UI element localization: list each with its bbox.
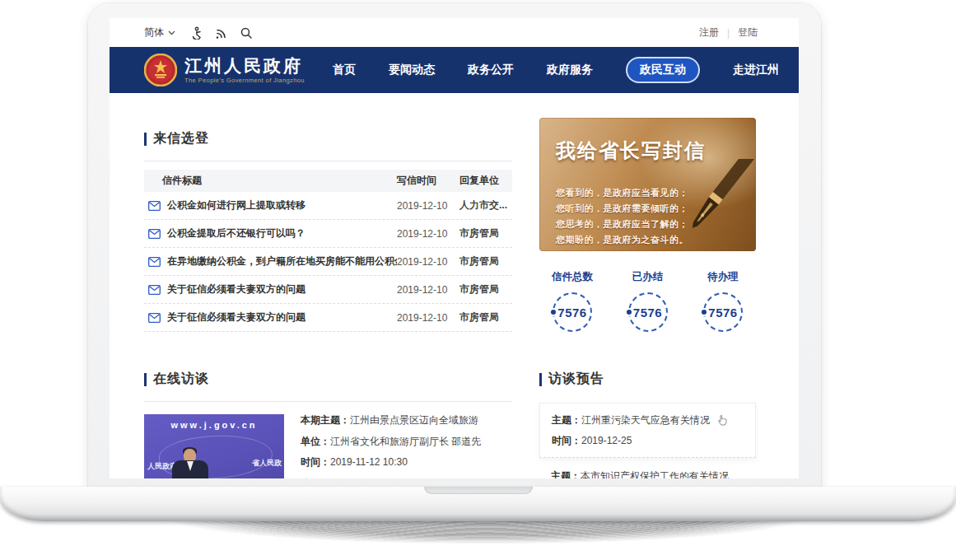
nav-item-home[interactable]: 首页 — [333, 63, 356, 77]
login-link[interactable]: 登陆 — [738, 26, 758, 40]
preview-time-line: 时间： 2019-12-25 — [552, 435, 744, 447]
nav-item-gov-affairs[interactable]: 政务公开 — [468, 63, 514, 77]
section-accent-bar — [144, 373, 147, 386]
utility-icons — [190, 26, 253, 40]
chevron-down-icon — [168, 30, 175, 35]
field-value: 江州由景点景区迈向全域旅游 — [350, 414, 478, 427]
search-icon[interactable] — [240, 26, 253, 40]
field-label: 单位： — [301, 436, 330, 448]
register-link[interactable]: 注册 — [699, 26, 719, 40]
interview-section-title: 在线访谈 — [153, 371, 209, 388]
stat-value: 7576 — [633, 306, 662, 320]
topic-label: 主题： — [552, 414, 581, 427]
letter-title: 关于征信必须看夫妻双方的问题 — [167, 282, 305, 296]
letter-unit: 市房管局 — [459, 282, 512, 296]
site-logo[interactable]: 江州人民政府 The People's Government of Jiangz… — [144, 54, 305, 86]
stat-completed: 已办结 7576 — [615, 270, 681, 332]
stat-pending: 待办理 7576 — [690, 270, 756, 332]
accessibility-icon[interactable] — [190, 26, 203, 40]
stat-ring: 7576 — [628, 292, 668, 332]
section-divider — [144, 401, 512, 402]
stat-ring: 7576 — [553, 292, 592, 332]
field-label: 时间： — [301, 456, 330, 469]
stat-ring: 7576 — [703, 292, 743, 332]
topic-value: 江州重污染天气应急有关情况 — [581, 414, 710, 427]
letter-date: 2019-12-10 — [397, 200, 459, 212]
letters-table-header: 信件标题 写信时间 回复单位 — [144, 170, 512, 192]
field-label: 本期主题： — [301, 414, 350, 427]
language-selector[interactable]: 简体 — [144, 26, 175, 40]
site-name-en: The People's Government of Jiangzhou — [184, 77, 305, 84]
table-row[interactable]: 关于征信必须看夫妻双方的问题 2019-12-10 市房管局 — [144, 276, 512, 304]
letters-section: 来信选登 信件标题 写信时间 回复单位 公积金如何进行网上提取或转移 2019-… — [144, 130, 512, 332]
interview-section: 在线访谈 www.j.gov.cn 人民政府 省人民政 本期主题： 江州由景点景… — [144, 371, 512, 488]
letter-title: 在异地缴纳公积金，到户籍所在地买房能不能用公积金贷款？ — [167, 254, 397, 268]
interview-photo[interactable]: www.j.gov.cn 人民政府 省人民政 — [144, 414, 284, 488]
letter-unit: 市房管局 — [459, 226, 512, 240]
auth-links: 注册 | 登陆 — [699, 26, 758, 40]
envelope-icon — [148, 257, 161, 267]
rss-icon[interactable] — [215, 26, 228, 40]
col-header-title: 信件标题 — [144, 174, 397, 188]
letter-title: 关于征信必须看夫妻双方的问题 — [167, 310, 305, 324]
letter-unit: 人力市交... — [459, 198, 512, 212]
letter-unit: 市房管局 — [459, 310, 512, 324]
interview-time-row: 时间： 2019-11-12 10:30 — [301, 456, 512, 469]
letter-title: 公积金如何进行网上提取或转移 — [167, 198, 305, 212]
stat-label: 已办结 — [632, 270, 664, 284]
time-value: 2019-12-25 — [581, 435, 632, 447]
stat-label: 信件总数 — [552, 270, 593, 284]
site-name: 江州人民政府 — [184, 56, 305, 75]
table-row[interactable]: 公积金提取后不还银行可以吗？ 2019-12-10 市房管局 — [144, 220, 512, 248]
nav-item-about[interactable]: 走进江州 — [733, 63, 779, 77]
hand-cursor-icon — [718, 415, 727, 426]
laptop-base — [0, 487, 956, 521]
preview-section-title: 访谈预告 — [548, 371, 604, 388]
field-value: 江州省文化和旅游厅副厅长 邵道先 — [330, 436, 481, 448]
table-row[interactable]: 在异地缴纳公积金，到户籍所在地买房能不能用公积金贷款？ 2019-12-10 市… — [144, 248, 512, 276]
letter-date: 2019-12-10 — [397, 284, 459, 296]
field-value: 2019-11-12 10:30 — [330, 456, 408, 469]
letter-date: 2019-12-10 — [397, 256, 459, 268]
language-label: 简体 — [144, 26, 164, 40]
nav-item-interaction[interactable]: 政民互动 — [626, 57, 700, 83]
national-emblem-icon — [144, 54, 177, 86]
section-accent-bar — [539, 373, 542, 386]
preview-section: 访谈预告 主题： 江州重污染天气应急有关情况 时间： 2019-12-25 主题… — [539, 371, 756, 483]
stat-label: 待办理 — [707, 270, 739, 284]
preview-section-header: 访谈预告 — [539, 371, 756, 388]
interview-unit-row: 单位： 江州省文化和旅游厅副厅长 邵道先 — [301, 436, 512, 448]
letters-section-header: 来信选登 — [144, 130, 512, 147]
table-row[interactable]: 公积金如何进行网上提取或转移 2019-12-10 人力市交... — [144, 192, 512, 220]
nav-item-services[interactable]: 政府服务 — [547, 63, 593, 77]
write-to-governor-banner[interactable]: 我给省长写封信 您看到的，是政府应当看见的； 您听到的，是政府需要倾听的； 您思… — [539, 118, 756, 251]
interview-section-header: 在线访谈 — [144, 371, 512, 388]
envelope-icon — [148, 285, 161, 295]
envelope-icon — [148, 229, 161, 239]
photo-right-text: 省人民政 — [252, 458, 282, 469]
letter-unit: 市房管局 — [459, 254, 512, 268]
table-row[interactable]: 关于征信必须看夫妻双方的问题 2019-12-10 市房管局 — [144, 304, 512, 332]
interview-topic-row[interactable]: 本期主题： 江州由景点景区迈向全域旅游 — [301, 414, 512, 427]
col-header-unit: 回复单位 — [459, 174, 512, 188]
letters-section-title: 来信选登 — [153, 130, 209, 147]
nav-item-news[interactable]: 要闻动态 — [389, 63, 435, 77]
section-divider — [144, 161, 512, 161]
time-label: 时间： — [552, 435, 581, 447]
col-header-date: 写信时间 — [397, 174, 459, 188]
photo-url-text: www.j.gov.cn — [144, 420, 284, 430]
letter-date: 2019-12-10 — [397, 228, 459, 240]
auth-separator: | — [727, 27, 730, 39]
envelope-icon — [148, 201, 161, 211]
main-navbar: 江州人民政府 The People's Government of Jiangz… — [110, 47, 799, 93]
letter-stats: 信件总数 7576 已办结 7576 待办理 7576 — [539, 270, 756, 332]
section-accent-bar — [144, 133, 147, 146]
letter-date: 2019-12-10 — [397, 312, 459, 324]
stat-value: 7576 — [708, 306, 737, 320]
fountain-pen-icon — [654, 159, 756, 251]
utility-bar: 简体 — [110, 18, 799, 47]
preview-topic-line: 主题： 江州重污染天气应急有关情况 — [552, 414, 744, 427]
laptop-base-notch — [424, 487, 533, 494]
preview-card[interactable]: 主题： 江州重污染天气应急有关情况 时间： 2019-12-25 — [539, 403, 756, 458]
site-title: 江州人民政府 The People's Government of Jiangz… — [184, 56, 305, 84]
